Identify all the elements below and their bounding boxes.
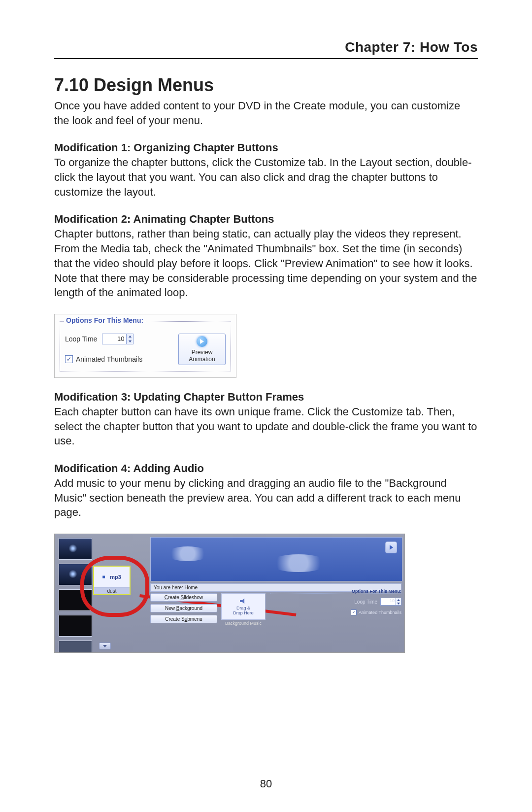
preview-label-1: Preview: [183, 349, 221, 356]
spin-up-icon[interactable]: [127, 334, 133, 339]
mp3-filename: dust: [94, 588, 130, 594]
loop-time-value-mini: 10: [381, 598, 396, 605]
mod4-body: Add music to your menu by clicking and d…: [54, 476, 478, 520]
preview-animation-button[interactable]: Preview Animation: [178, 334, 226, 365]
options-legend: Options For This Menu:: [64, 316, 145, 324]
next-page-button[interactable]: [385, 541, 397, 553]
spin-down-icon[interactable]: [127, 339, 133, 344]
thumbnail[interactable]: [59, 538, 92, 560]
mod1-heading: Modification 1: Organizing Chapter Butto…: [54, 141, 478, 154]
options-panel-figure: Options For This Menu: Loop Time 10: [54, 314, 236, 378]
mp3-file-tile[interactable]: mp3 dust: [93, 566, 131, 599]
thumbnail[interactable]: [59, 564, 92, 585]
options-legend-mini: Options For This Menu:: [270, 589, 401, 594]
options-panel-mini: Options For This Menu: Loop Time 10 ✓ An…: [270, 593, 401, 615]
animated-thumbnails-label-mini: Animated Thumbnails: [359, 610, 401, 615]
loop-time-value: 10: [102, 334, 126, 344]
speaker-icon: [102, 574, 108, 580]
mod1-body: To organize the chapter buttons, click t…: [54, 155, 478, 199]
animated-thumbnails-checkbox-mini[interactable]: ✓: [351, 609, 357, 615]
scroll-down-icon[interactable]: [99, 643, 111, 649]
create-submenu-button[interactable]: Create Submenu: [150, 615, 217, 623]
new-background-button[interactable]: New Background: [150, 604, 217, 612]
loop-time-label: Loop Time: [65, 335, 97, 343]
mod2-body: Chapter buttons, rather than being stati…: [54, 227, 478, 300]
mod3-heading: Modification 3: Updating Chapter Button …: [54, 391, 478, 404]
drop-line2: Drop Here: [233, 610, 254, 615]
page-number: 80: [0, 778, 532, 790]
thumbnail[interactable]: [59, 641, 92, 653]
thumbnail[interactable]: [59, 615, 92, 637]
menu-preview-area: [150, 537, 402, 581]
speaker-icon: [240, 598, 247, 605]
background-music-label: Background Music: [221, 621, 266, 626]
play-arrow-icon: [197, 336, 207, 347]
section-title: 7.10 Design Menus: [54, 75, 478, 96]
background-music-figure: mp3 dust You are here: Home Create Slide…: [54, 534, 405, 653]
background-music-dropzone[interactable]: Drag & Drop Here: [221, 593, 266, 620]
spin-up-icon[interactable]: [396, 598, 401, 602]
drop-line1: Drag &: [236, 606, 250, 610]
thumbnail[interactable]: [59, 589, 92, 611]
loop-time-label-mini: Loop Time: [354, 599, 377, 605]
chapter-header: Chapter 7: How Tos: [54, 39, 478, 59]
loop-time-spinbox[interactable]: 10: [102, 334, 133, 344]
create-slideshow-button[interactable]: Create Slideshow: [150, 593, 217, 602]
loop-time-spinbox-mini[interactable]: 10: [380, 598, 401, 606]
preview-label-2: Animation: [183, 356, 221, 363]
mod2-heading: Modification 2: Animating Chapter Button…: [54, 213, 478, 226]
mod4-heading: Modification 4: Adding Audio: [54, 462, 478, 475]
animated-thumbnails-checkbox[interactable]: ✓: [65, 355, 73, 363]
animated-thumbnails-label: Animated Thumbnails: [76, 355, 142, 363]
spin-down-icon[interactable]: [396, 602, 401, 605]
mp3-format-label: mp3: [110, 574, 121, 580]
section-intro: Once you have added content to your DVD …: [54, 99, 478, 128]
mod3-body: Each chapter button can have its own uni…: [54, 405, 478, 448]
